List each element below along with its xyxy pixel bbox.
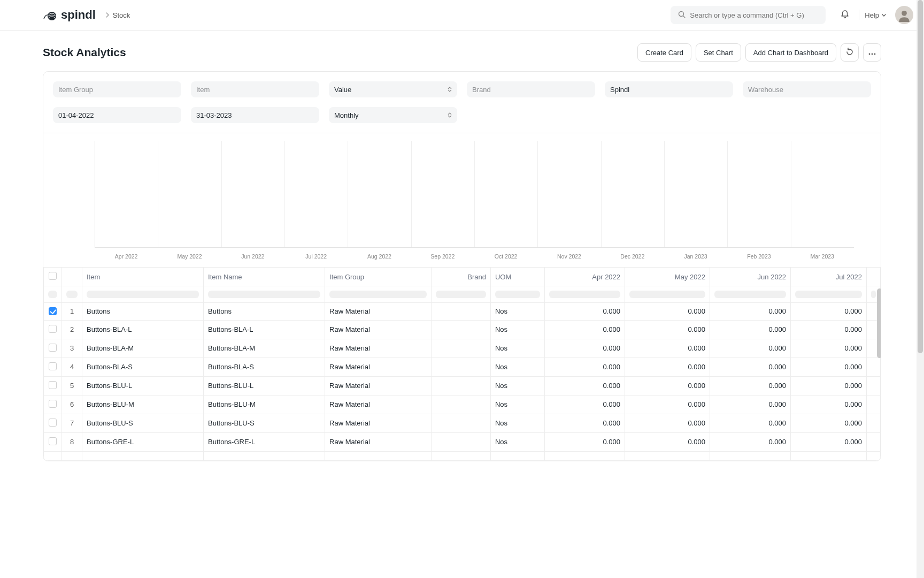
range-select[interactable]: Monthly: [329, 107, 457, 123]
select-caret-icon: [448, 87, 452, 92]
value-based-on-select[interactable]: Value: [329, 81, 457, 97]
cell-item-group: Raw Material: [325, 376, 432, 395]
cell-item: Buttons-BLA-M: [82, 339, 204, 358]
table-header-cell[interactable]: Jun 2022: [710, 268, 790, 286]
cell-uom: Nos: [490, 320, 545, 339]
table-row[interactable]: 1ButtonsButtonsRaw MaterialNos0.0000.000…: [44, 303, 881, 321]
page-header: Stock Analytics Create Card Set Chart Ad…: [0, 31, 924, 71]
table-row[interactable]: [44, 451, 881, 460]
row-checkbox[interactable]: [49, 307, 57, 315]
breadcrumb-current[interactable]: Stock: [113, 11, 130, 19]
refresh-button[interactable]: [841, 43, 859, 62]
cell-jun: 0.000: [710, 358, 790, 376]
set-chart-button[interactable]: Set Chart: [696, 43, 741, 62]
item-filter[interactable]: Item: [191, 81, 319, 97]
more-menu-button[interactable]: [863, 43, 881, 62]
table-row[interactable]: 2Buttons-BLA-LButtons-BLA-LRaw MaterialN…: [44, 320, 881, 339]
table-row[interactable]: 6Buttons-BLU-MButtons-BLU-MRaw MaterialN…: [44, 395, 881, 414]
table-row[interactable]: 3Buttons-BLA-MButtons-BLA-MRaw MaterialN…: [44, 339, 881, 358]
cell-jun: 0.000: [710, 320, 790, 339]
avatar[interactable]: [895, 6, 913, 24]
cell-brand: [432, 303, 491, 321]
row-checkbox[interactable]: [49, 400, 57, 408]
table-header-cell[interactable]: Jul 2022: [791, 268, 867, 286]
cell-item-group: Raw Material: [325, 358, 432, 376]
cell-jul: 0.000: [791, 320, 867, 339]
table-header-cell[interactable]: [44, 268, 62, 286]
item-group-filter[interactable]: Item Group: [53, 81, 181, 97]
row-index: 3: [62, 339, 82, 358]
cell-uom: Nos: [490, 303, 545, 321]
row-checkbox[interactable]: [49, 344, 57, 352]
cell-jun: 0.000: [710, 395, 790, 414]
table-row[interactable]: 5Buttons-BLU-LButtons-BLU-LRaw MaterialN…: [44, 376, 881, 395]
table-header-cell[interactable]: Brand: [432, 268, 491, 286]
table-row[interactable]: 8Buttons-GRE-LButtons-GRE-LRaw MaterialN…: [44, 432, 881, 451]
warehouse-filter[interactable]: Warehouse: [743, 81, 871, 97]
row-index: 6: [62, 395, 82, 414]
chart-gridlines: [95, 141, 854, 248]
cell-brand: [432, 320, 491, 339]
table-header-cell[interactable]: [62, 268, 82, 286]
filter-value: Value: [334, 86, 351, 94]
row-checkbox[interactable]: [49, 381, 57, 389]
row-checkbox[interactable]: [49, 437, 57, 445]
breadcrumb: Stock: [102, 11, 130, 19]
table-overflow-cell: [867, 358, 881, 376]
cell-jul: 0.000: [791, 395, 867, 414]
filter-value: 01-04-2022: [58, 111, 94, 119]
table-header-cell[interactable]: UOM: [490, 268, 545, 286]
help-menu[interactable]: Help: [865, 11, 887, 19]
table-header-cell[interactable]: Item: [82, 268, 204, 286]
page-actions: Create Card Set Chart Add Chart to Dashb…: [637, 43, 881, 62]
divider: [859, 10, 859, 20]
search-input[interactable]: [690, 11, 818, 19]
table-header-cell[interactable]: May 2022: [625, 268, 710, 286]
select-all-checkbox[interactable]: [49, 272, 57, 280]
cell-brand: [432, 395, 491, 414]
chart-x-tick: Apr 2022: [95, 253, 158, 260]
scroll-thumb[interactable]: [918, 0, 923, 353]
row-index: 1: [62, 303, 82, 321]
row-checkbox[interactable]: [49, 419, 57, 427]
row-checkbox[interactable]: [49, 325, 57, 333]
company-filter[interactable]: Spindl: [605, 81, 733, 97]
row-checkbox[interactable]: [49, 362, 57, 370]
chevron-down-icon: [881, 11, 887, 19]
table-header-cell[interactable]: Apr 2022: [545, 268, 625, 286]
cell-may: 0.000: [625, 414, 710, 432]
table-body: 1ButtonsButtonsRaw MaterialNos0.0000.000…: [44, 286, 881, 461]
create-card-button[interactable]: Create Card: [637, 43, 691, 62]
table-scrollbar[interactable]: [877, 288, 881, 358]
table-row[interactable]: 7Buttons-BLU-SButtons-BLU-SRaw MaterialN…: [44, 414, 881, 432]
cell-brand: [432, 432, 491, 451]
cell-apr: 0.000: [545, 358, 625, 376]
svg-point-3: [902, 11, 907, 16]
chart-x-axis-labels: Apr 2022May 2022Jun 2022Jul 2022Aug 2022…: [95, 253, 854, 260]
brand-filter[interactable]: Brand: [467, 81, 595, 97]
add-chart-to-dashboard-button[interactable]: Add Chart to Dashboard: [745, 43, 836, 62]
table-header-cell[interactable]: Item Name: [204, 268, 325, 286]
svg-point-0: [48, 12, 56, 20]
svg-point-4: [869, 53, 871, 55]
cell-apr: 0.000: [545, 432, 625, 451]
cell-apr: 0.000: [545, 376, 625, 395]
cell-item-group: Raw Material: [325, 432, 432, 451]
cell-jun: 0.000: [710, 339, 790, 358]
cell-uom: Nos: [490, 339, 545, 358]
to-date-field[interactable]: 31-03-2023: [191, 107, 319, 123]
notifications-button[interactable]: [836, 6, 853, 24]
table-row[interactable]: 4Buttons-BLA-SButtons-BLA-SRaw MaterialN…: [44, 358, 881, 376]
global-search[interactable]: [671, 6, 826, 24]
search-icon: [678, 11, 686, 20]
page-scrollbar[interactable]: [917, 0, 924, 578]
chart-x-tick: Sep 2022: [411, 253, 474, 260]
cell-item-name: Buttons-BLA-M: [204, 339, 325, 358]
svg-line-2: [683, 16, 686, 18]
brand-logo[interactable]: spindl: [43, 8, 96, 22]
from-date-field[interactable]: 01-04-2022: [53, 107, 181, 123]
cell-uom: Nos: [490, 358, 545, 376]
table-header-cell[interactable]: Item Group: [325, 268, 432, 286]
cell-item: Buttons-BLU-L: [82, 376, 204, 395]
cell-may: 0.000: [625, 320, 710, 339]
